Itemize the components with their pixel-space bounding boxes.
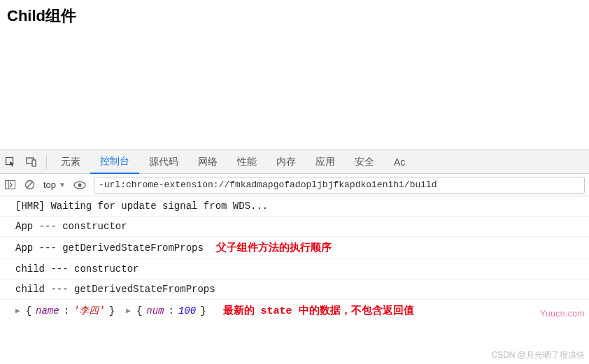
object-key: num — [146, 305, 164, 316]
annotation-text: 最新的 state 中的数据，不包含返回值 — [223, 304, 414, 317]
object-value: 100 — [178, 305, 196, 316]
object-value: '李四' — [73, 305, 105, 317]
svg-point-8 — [78, 183, 81, 187]
clear-console-icon[interactable] — [20, 174, 39, 196]
svg-rect-3 — [5, 181, 15, 189]
context-selector[interactable]: top ▼ — [39, 180, 70, 190]
devtools-panel: 元素 控制台 源代码 网络 性能 内存 应用 安全 Ac top ▼ [HMR]… — [0, 150, 589, 321]
log-line: [HMR] Waiting for update signal from WDS… — [0, 196, 589, 217]
annotation-text: 父子组件方法的执行顺序 — [216, 241, 332, 254]
tab-sources[interactable]: 源代码 — [139, 150, 188, 174]
tab-performance[interactable]: 性能 — [227, 150, 267, 174]
chevron-down-icon: ▼ — [59, 181, 66, 189]
tab-memory[interactable]: 内存 — [267, 150, 306, 174]
log-line: child --- getDerivedStateFromProps — [0, 279, 589, 300]
object-brace: { — [26, 305, 31, 316]
log-line: child --- constructor — [0, 259, 589, 279]
svg-rect-2 — [32, 160, 36, 166]
inspect-icon[interactable] — [0, 150, 21, 174]
tab-application[interactable]: 应用 — [306, 150, 345, 174]
log-line: App --- constructor — [0, 217, 589, 237]
filter-input[interactable] — [94, 177, 585, 194]
watermark: CSDN @月光晒了很凉快 — [491, 349, 585, 361]
tab-security[interactable]: 安全 — [345, 150, 384, 174]
context-label: top — [43, 180, 56, 190]
object-brace: { — [136, 305, 142, 316]
console-output: [HMR] Waiting for update signal from WDS… — [0, 196, 589, 321]
tab-console[interactable]: 控制台 — [90, 150, 139, 174]
expand-caret-icon[interactable]: ▶ — [126, 306, 131, 315]
sidebar-toggle-icon[interactable] — [0, 174, 20, 196]
device-toggle-icon[interactable] — [21, 150, 42, 174]
svg-line-6 — [27, 182, 32, 187]
devtools-tabs-row: 元素 控制台 源代码 网络 性能 内存 应用 安全 Ac — [0, 150, 589, 174]
expand-caret-icon[interactable]: ▶ — [15, 306, 20, 315]
live-expression-icon[interactable] — [70, 174, 90, 196]
log-object-line: ▶ {name: '李四'} ▶ {num: 100} 最新的 state 中的… — [0, 300, 589, 321]
page-title: Child组件 — [0, 0, 589, 32]
content-gap — [0, 32, 589, 150]
log-text: App --- getDerivedStateFromProps — [15, 242, 204, 254]
log-line: App --- getDerivedStateFromProps 父子组件方法的… — [0, 237, 589, 259]
separator — [46, 155, 47, 169]
watermark: Yuucn.com — [540, 309, 585, 319]
tab-network[interactable]: 网络 — [188, 150, 227, 174]
tab-overflow[interactable]: Ac — [384, 150, 415, 174]
object-key: name — [36, 305, 59, 316]
console-toolbar: top ▼ — [0, 174, 589, 196]
tab-elements[interactable]: 元素 — [51, 150, 90, 174]
